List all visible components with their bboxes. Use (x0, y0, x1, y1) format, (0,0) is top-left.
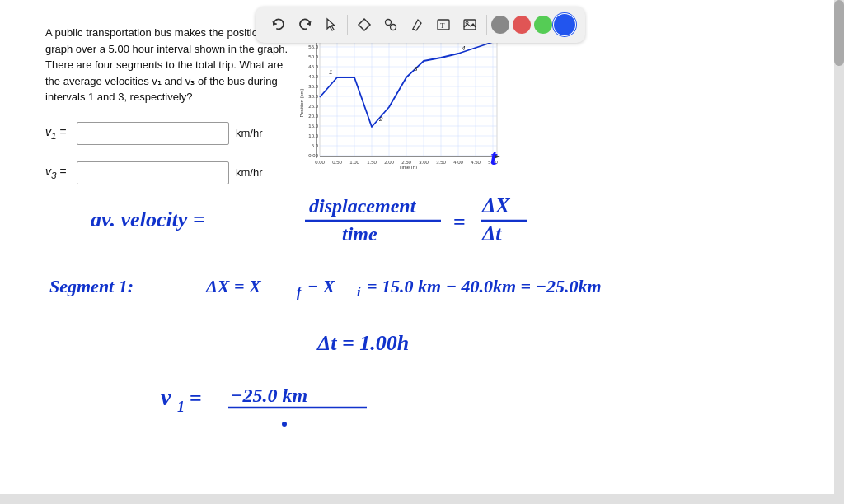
svg-text:0.50: 0.50 (332, 160, 342, 165)
position-time-graph: 60.0 55.0 50.0 45.0 40.0 35.0 30.0 25.0 … (288, 33, 503, 169)
svg-text:3.50: 3.50 (436, 160, 446, 165)
horizontal-scrollbar[interactable] (0, 494, 834, 504)
svg-text:15.0: 15.0 (308, 124, 318, 128)
undo-button[interactable] (267, 13, 290, 36)
svg-text:Segment 1:: Segment 1: (49, 276, 134, 296)
formula-svg: av. velocity = displacement time = ΔX Δt… (45, 181, 828, 494)
svg-text:v: v (161, 385, 171, 410)
image-tool-button[interactable] (458, 13, 481, 36)
text-tool-button[interactable]: T (432, 13, 455, 36)
svg-point-7 (466, 21, 468, 24)
svg-text:ΔX: ΔX (481, 194, 510, 217)
svg-line-2 (391, 25, 392, 26)
svg-text:= 15.0 km − 40.0km = −25.0km: = 15.0 km − 40.0km = −25.0km (367, 276, 602, 296)
v1-unit: km/hr (236, 127, 263, 139)
svg-text:=: = (190, 386, 202, 410)
svg-text:T: T (440, 21, 445, 30)
svg-point-0 (386, 20, 392, 26)
svg-text:55.0: 55.0 (308, 44, 318, 49)
svg-rect-8 (320, 37, 497, 156)
vertical-scrollbar[interactable] (834, 0, 844, 504)
svg-text:−25.0 km: −25.0 km (231, 385, 307, 406)
v3-unit: km/hr (236, 166, 263, 179)
svg-text:3.00: 3.00 (419, 160, 429, 165)
highlighter-tool-button[interactable] (406, 13, 429, 36)
problem-panel: A public transportation bus makes the po… (45, 25, 288, 184)
svg-text:Position (km): Position (km) (299, 88, 304, 117)
svg-text:20.0: 20.0 (308, 114, 318, 119)
v1-input[interactable] (77, 122, 229, 145)
svg-text:40.0: 40.0 (308, 74, 318, 79)
v3-label: v3 = (45, 165, 70, 180)
svg-text:displacement: displacement (309, 195, 417, 217)
separator-1 (347, 15, 348, 35)
eraser-tool-button[interactable] (379, 13, 402, 36)
v1-label: v1 = (45, 125, 70, 141)
svg-point-87 (282, 422, 287, 427)
svg-text:45.0: 45.0 (308, 64, 318, 69)
svg-text:5.0: 5.0 (312, 143, 319, 148)
scrollbar-thumb[interactable] (834, 0, 844, 66)
color-red[interactable] (513, 16, 531, 34)
color-green[interactable] (534, 16, 552, 34)
svg-text:1: 1 (177, 399, 185, 415)
svg-text:50.0: 50.0 (308, 54, 318, 59)
svg-text:3: 3 (414, 65, 418, 72)
svg-text:30.0: 30.0 (308, 94, 318, 99)
problem-text: A public transportation bus makes the po… (45, 25, 288, 105)
svg-text:=: = (453, 210, 466, 234)
redo-button[interactable] (293, 13, 316, 36)
svg-text:2.00: 2.00 (384, 160, 394, 165)
svg-text:f: f (297, 285, 302, 300)
toolbar: T (256, 7, 585, 43)
graph-svg: 60.0 55.0 50.0 45.0 40.0 35.0 30.0 25.0 … (288, 33, 503, 169)
svg-text:1: 1 (329, 68, 332, 76)
svg-text:av. velocity =: av. velocity = (91, 208, 205, 231)
svg-text:i: i (357, 285, 361, 299)
handwritten-work-area: av. velocity = displacement time = ΔX Δt… (45, 181, 828, 494)
svg-text:4.00: 4.00 (453, 160, 463, 165)
color-gray[interactable] (491, 16, 509, 34)
svg-text:ΔX = X: ΔX = X (205, 276, 262, 296)
svg-text:25.0: 25.0 (308, 104, 318, 109)
svg-text:− X: − X (307, 276, 336, 296)
pen-tool-button[interactable] (353, 13, 376, 36)
svg-text:1.50: 1.50 (367, 160, 377, 165)
svg-text:0.00: 0.00 (315, 160, 325, 165)
svg-text:Δt: Δt (481, 222, 502, 245)
svg-text:0.00: 0.00 (308, 153, 318, 158)
svg-text:Time (h): Time (h) (399, 165, 417, 169)
select-tool-button[interactable] (320, 13, 343, 36)
v1-row: v1 = km/hr (45, 122, 288, 145)
color-blue[interactable] (556, 16, 574, 34)
svg-text:4.50: 4.50 (471, 160, 481, 165)
svg-text:2: 2 (378, 115, 383, 123)
svg-text:35.0: 35.0 (308, 84, 318, 89)
svg-point-1 (391, 25, 396, 30)
svg-text:time: time (342, 223, 377, 245)
separator-2 (486, 15, 487, 35)
t-variable-label: t (490, 144, 497, 170)
svg-text:Δt = 1.00h: Δt = 1.00h (316, 331, 409, 355)
svg-text:10.0: 10.0 (308, 133, 318, 138)
svg-text:1.00: 1.00 (349, 160, 359, 165)
svg-text:4: 4 (462, 44, 466, 52)
